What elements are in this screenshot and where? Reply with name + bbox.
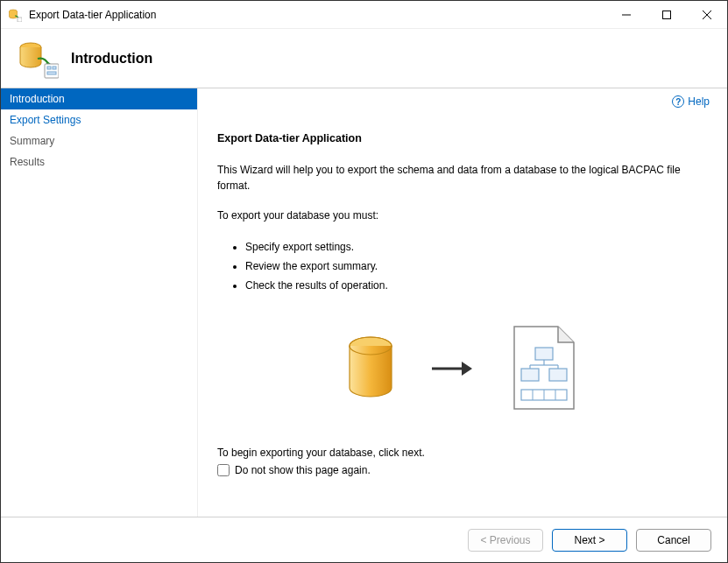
- svg-rect-3: [663, 11, 671, 18]
- dont-show-again-checkbox[interactable]: [217, 464, 230, 476]
- wizard-footer: < Previous Next > Cancel: [1, 517, 727, 562]
- next-button[interactable]: Next >: [552, 529, 627, 552]
- minimize-button[interactable]: [606, 1, 647, 29]
- svg-rect-14: [535, 348, 553, 360]
- close-button[interactable]: [687, 1, 727, 29]
- wizard-content: ? Help Export Data-tier Application This…: [198, 88, 727, 517]
- begin-text: To begin exporting your database, click …: [217, 447, 708, 459]
- svg-rect-8: [47, 67, 51, 69]
- nav-item-export-settings[interactable]: Export Settings: [1, 109, 197, 130]
- steps-list: Specify export settings. Review the expo…: [245, 234, 708, 299]
- previous-button: < Previous: [468, 529, 543, 552]
- nav-item-results[interactable]: Results: [1, 151, 197, 172]
- content-lead: To export your database you must:: [217, 208, 708, 223]
- illustration: [217, 325, 708, 415]
- content-description: This Wizard will help you to export the …: [217, 162, 708, 194]
- window-controls: [606, 1, 727, 29]
- database-icon: [346, 335, 395, 405]
- svg-rect-10: [47, 72, 56, 74]
- header-icon: [17, 38, 59, 80]
- arrow-right-icon: [430, 360, 474, 380]
- svg-rect-16: [549, 369, 567, 381]
- app-icon: [8, 8, 22, 22]
- titlebar: Export Data-tier Application: [1, 1, 727, 29]
- help-link[interactable]: ? Help: [672, 95, 710, 108]
- window-title: Export Data-tier Application: [29, 9, 606, 21]
- svg-rect-9: [53, 67, 56, 69]
- svg-rect-15: [521, 369, 539, 381]
- bacpac-file-icon: [509, 325, 579, 415]
- nav-item-summary[interactable]: Summary: [1, 130, 197, 151]
- content-heading: Export Data-tier Application: [217, 132, 708, 144]
- wizard-body: Introduction Export Settings Summary Res…: [1, 88, 727, 517]
- svg-rect-7: [45, 64, 59, 78]
- dont-show-again-row[interactable]: Do not show this page again.: [217, 464, 708, 476]
- help-label: Help: [688, 95, 710, 108]
- wizard-header: Introduction: [1, 29, 727, 88]
- wizard-nav: Introduction Export Settings Summary Res…: [1, 88, 198, 517]
- dont-show-again-label: Do not show this page again.: [235, 464, 371, 476]
- list-item: Review the export summary.: [245, 260, 708, 272]
- nav-item-introduction[interactable]: Introduction: [1, 88, 197, 109]
- list-item: Specify export settings.: [245, 241, 708, 253]
- svg-rect-1: [18, 18, 22, 22]
- help-icon: ?: [672, 95, 684, 108]
- maximize-button[interactable]: [647, 1, 687, 29]
- cancel-button[interactable]: Cancel: [636, 529, 711, 552]
- list-item: Check the results of operation.: [245, 279, 708, 292]
- page-title: Introduction: [71, 51, 152, 67]
